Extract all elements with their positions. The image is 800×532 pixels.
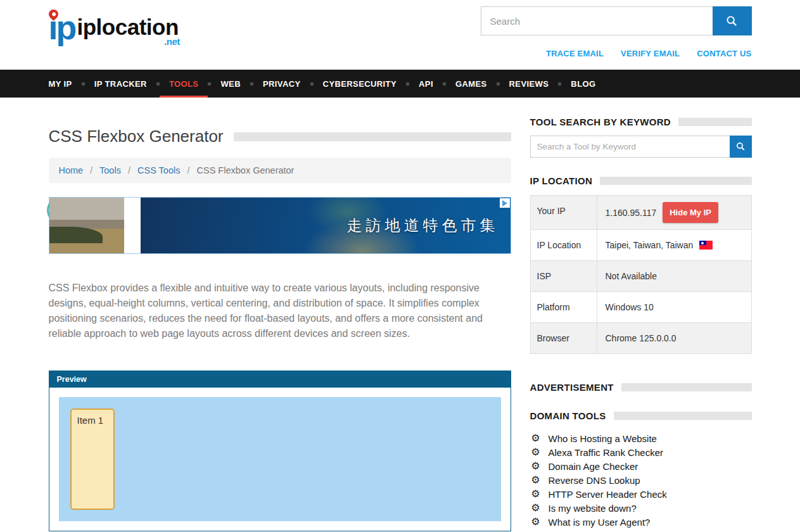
breadcrumb-current: CSS Flexbox Generator: [197, 165, 295, 175]
main-nav: MY IP IP TRACKER TOOLS WEB PRIVACY CYBER…: [0, 70, 800, 98]
tool-search: [530, 136, 752, 158]
header-search: [481, 6, 752, 35]
table-row-your-ip: Your IP 1.160.95.117 Hide My IP: [531, 196, 751, 230]
top-links: TRACE EMAIL VERIFY EMAIL CONTACT US: [481, 49, 752, 58]
gear-icon: ⚙: [530, 517, 542, 527]
search-icon: [726, 15, 738, 27]
ad-banner[interactable]: 走訪地道特色市集: [49, 197, 511, 254]
list-item: ⚙ Alexa Traffic Rank Checker: [530, 445, 752, 459]
taiwan-flag-icon: [699, 241, 713, 250]
logo-wordmark: iplocation .net: [77, 8, 179, 47]
site-header: ip iplocation .net: [0, 0, 800, 70]
table-row-browser: Browser Chrome 125.0.0.0: [531, 323, 751, 353]
row-label: ISP: [531, 261, 597, 291]
domain-tools-heading: DOMAIN TOOLS: [530, 410, 606, 421]
nav-item-api[interactable]: API: [409, 70, 443, 98]
heading-decor-bar: [600, 177, 751, 185]
page-description: CSS Flexbox provides a flexible and intu…: [49, 281, 511, 341]
tool-link-alexa-rank[interactable]: Alexa Traffic Rank Checker: [549, 447, 663, 458]
breadcrumb: Home / Tools / CSS Tools / CSS Flexbox G…: [49, 158, 511, 183]
tool-link-user-agent[interactable]: What is my User Agent?: [549, 517, 651, 528]
tool-search-input[interactable]: [530, 136, 730, 158]
list-item: ⚙ Is my website down?: [530, 501, 752, 515]
tool-link-http-header[interactable]: HTTP Server Header Check: [549, 489, 667, 500]
ad-gap: [124, 198, 141, 253]
gear-icon: ⚙: [530, 475, 542, 485]
header-search-button[interactable]: [713, 6, 752, 35]
top-link-contact-us[interactable]: CONTACT US: [697, 49, 751, 58]
table-row-platform: Platform Windows 10: [531, 292, 751, 323]
browser-value: Chrome 125.0.0.0: [606, 333, 676, 343]
heading-decor-bar: [614, 412, 752, 420]
flex-item: Item 1: [70, 408, 115, 510]
flex-preview-container: Item 1: [59, 397, 501, 521]
gear-icon: ⚙: [530, 447, 542, 457]
ip-location-value: Taipei, Taiwan, Taiwan: [606, 240, 694, 250]
gear-icon: ⚙: [530, 433, 542, 443]
list-item: ⚙ What is my User Agent?: [530, 515, 752, 529]
nav-item-ip-tracker[interactable]: IP TRACKER: [85, 70, 156, 98]
logo[interactable]: ip iplocation .net: [49, 8, 179, 58]
gear-icon: ⚙: [530, 503, 542, 513]
breadcrumb-home[interactable]: Home: [59, 165, 84, 175]
heading-decor-bar: [621, 383, 752, 391]
page: ip iplocation .net: [0, 0, 800, 531]
tool-link-reverse-dns[interactable]: Reverse DNS Lookup: [549, 475, 640, 486]
tool-search-heading: TOOL SEARCH BY KEYWORD: [530, 117, 671, 127]
breadcrumb-css-tools[interactable]: CSS Tools: [137, 165, 180, 175]
adchoices-icon[interactable]: [500, 198, 510, 208]
tool-link-who-is-hosting[interactable]: Who is Hosting a Website: [549, 433, 657, 444]
nav-item-my-ip[interactable]: MY IP: [49, 70, 82, 98]
gear-icon: ⚙: [530, 489, 542, 499]
list-item: ⚙ Reverse DNS Lookup: [530, 473, 752, 487]
isp-value: Not Available: [606, 271, 657, 281]
list-item: ⚙ HTTP Server Header Check: [530, 487, 752, 501]
breadcrumb-separator: /: [128, 165, 130, 175]
ad-text: 走訪地道特色市集: [347, 215, 499, 236]
breadcrumb-separator: /: [90, 165, 92, 175]
platform-value: Windows 10: [606, 302, 654, 312]
preview-header: Preview: [49, 371, 511, 388]
nav-item-blog[interactable]: BLOG: [561, 70, 605, 98]
your-ip-value: 1.160.95.117: [606, 208, 657, 218]
nav-item-reviews[interactable]: REVIEWS: [500, 70, 559, 98]
top-link-verify-email[interactable]: VERIFY EMAIL: [621, 49, 680, 58]
logo-text: iplocation: [77, 15, 179, 39]
ip-info-table: Your IP 1.160.95.117 Hide My IP IP Locat…: [530, 195, 752, 354]
tool-link-website-down[interactable]: Is my website down?: [549, 503, 637, 514]
nav-item-cybersecurity[interactable]: CYBERSECURITY: [314, 70, 406, 98]
logo-net-suffix: .net: [164, 37, 180, 46]
table-row-ip-location: IP Location Taipei, Taiwan, Taiwan: [531, 230, 751, 261]
logo-ip-icon: ip: [49, 8, 77, 47]
tool-link-domain-age[interactable]: Domain Age Checker: [549, 461, 638, 472]
row-label: Browser: [531, 323, 597, 353]
gear-icon: ⚙: [530, 461, 542, 471]
row-label: Platform: [531, 292, 597, 322]
ad-photo: [49, 198, 124, 253]
list-item: ⚙ Who is Hosting a Website: [530, 431, 752, 445]
row-label: IP Location: [531, 230, 597, 260]
heading-decor-bar: [678, 118, 752, 126]
list-item: ⚙ Domain Age Checker: [530, 459, 752, 473]
sidebar: TOOL SEARCH BY KEYWORD IP LOCATION: [530, 98, 752, 531]
header-right: TRACE EMAIL VERIFY EMAIL CONTACT US: [481, 6, 752, 58]
breadcrumb-tools[interactable]: Tools: [99, 165, 121, 175]
row-label: Your IP: [531, 196, 597, 229]
preview-panel: Preview Item 1: [49, 370, 511, 531]
title-decor-bar: [234, 132, 511, 141]
search-icon: [736, 142, 746, 151]
nav-item-web[interactable]: WEB: [211, 70, 250, 98]
domain-tools-list: ⚙ Who is Hosting a Website ⚙ Alexa Traff…: [530, 431, 752, 529]
hide-my-ip-button[interactable]: Hide My IP: [663, 202, 718, 223]
ad-image: 走訪地道特色市集: [141, 198, 511, 253]
tool-search-button[interactable]: [730, 136, 752, 158]
nav-item-privacy[interactable]: PRIVACY: [253, 70, 310, 98]
nav-item-games[interactable]: GAMES: [446, 70, 497, 98]
header-search-input[interactable]: [481, 6, 713, 35]
page-title: CSS Flexbox Generator: [49, 127, 224, 146]
table-row-isp: ISP Not Available: [531, 261, 751, 292]
nav-item-tools[interactable]: TOOLS: [160, 70, 208, 98]
top-link-trace-email[interactable]: TRACE EMAIL: [546, 49, 604, 58]
main-content: CSS Flexbox Generator Home / Tools / CSS…: [49, 98, 511, 531]
preview-body: Item 1: [49, 388, 511, 531]
